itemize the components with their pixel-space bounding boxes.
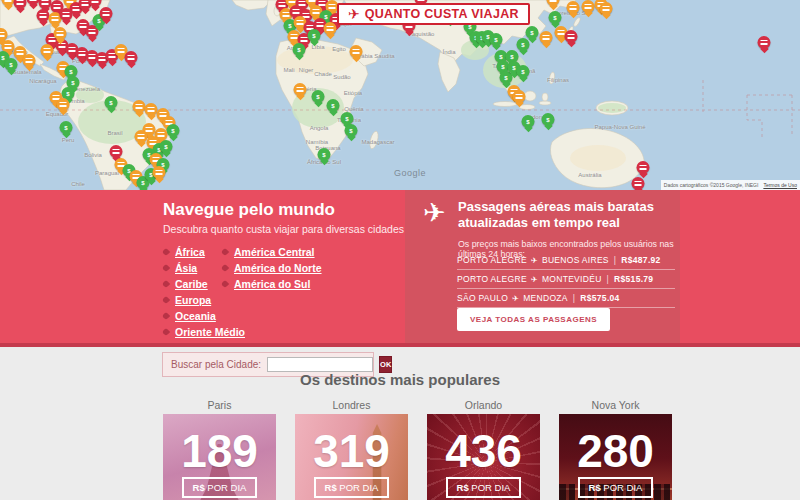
map-price-pin[interactable]: $ (522, 115, 535, 128)
pin-price-glyph (57, 31, 64, 36)
currency-symbol: R$ (589, 482, 601, 493)
map-price-pin[interactable] (60, 8, 73, 21)
map-price-pin[interactable]: $ (318, 148, 331, 161)
map-price-pin[interactable]: $ (167, 124, 180, 137)
destination-city-label: Orlando (427, 399, 540, 411)
map-price-pin[interactable]: $ (517, 65, 530, 78)
map-price-pin[interactable] (637, 161, 650, 174)
map-price-pin[interactable]: $ (490, 33, 503, 46)
pin-price-glyph: $ (64, 125, 67, 131)
route-plane-icon: ✈ (531, 275, 538, 284)
destination-card-novayork[interactable]: 280R$ POR DIA (559, 414, 672, 500)
map-price-pin[interactable] (100, 7, 113, 20)
pin-price-glyph: $ (109, 100, 112, 106)
pin-price-glyph: $ (164, 144, 167, 150)
map-price-pin[interactable]: $ (105, 96, 118, 109)
nav-region-link[interactable]: América do Sul (234, 278, 310, 290)
map-price-pin[interactable]: $ (345, 124, 358, 137)
nav-region-link[interactable]: Oriente Médio (175, 326, 245, 338)
nav-column-2: América CentralAmérica do NorteAmérica d… (222, 244, 322, 292)
pin-price-glyph (82, 1, 89, 6)
pin-price-glyph: $ (345, 116, 348, 122)
pin-price-glyph (353, 49, 360, 54)
map-price-pin[interactable] (153, 166, 166, 179)
map-price-pin[interactable] (23, 54, 36, 67)
map-price-pin[interactable]: $ (549, 11, 562, 24)
deal-row[interactable]: PORTO ALEGRE✈BUENOS AIRES|R$487.92 (457, 251, 675, 270)
pin-price-glyph (327, 26, 334, 31)
price-per-day-badge: R$ POR DIA (314, 477, 390, 498)
city-search-input[interactable] (267, 357, 373, 372)
pin-price-glyph (568, 34, 575, 39)
map-price-pin[interactable]: $ (308, 29, 321, 42)
map-price-pin[interactable]: $ (160, 140, 173, 153)
pin-price-glyph: $ (510, 54, 513, 60)
map-price-pin[interactable] (567, 1, 580, 14)
pin-price-glyph (63, 12, 70, 17)
map-price-pin[interactable] (110, 145, 123, 158)
destination-card-londres[interactable]: 319R$ POR DIA (295, 414, 408, 500)
deal-to-city: BUENOS AIRES (542, 255, 609, 265)
map-price-pin[interactable] (37, 9, 50, 22)
map-price-pin[interactable] (350, 45, 363, 58)
nav-region-link[interactable]: Europa (175, 294, 211, 306)
map-price-pin[interactable] (41, 44, 54, 57)
map-price-pin[interactable] (600, 2, 613, 15)
map-price-pin[interactable] (513, 90, 526, 103)
nav-region-link[interactable]: Caribe (175, 278, 208, 290)
map-price-pin[interactable]: $ (517, 38, 530, 51)
price-per-day-badge: R$ POR DIA (578, 477, 654, 498)
map-price-pin[interactable] (57, 98, 70, 111)
map-price-pin[interactable] (133, 100, 146, 113)
map-price-pin[interactable] (54, 27, 67, 40)
pin-price-glyph (550, 0, 557, 2)
pin-price-glyph (640, 165, 647, 170)
map-price-pin[interactable]: $ (60, 121, 73, 134)
site-logo[interactable]: ✈ QUANTO CUSTA VIAJAR (337, 3, 530, 25)
map-price-pin[interactable] (324, 22, 337, 35)
map-price-pin[interactable] (758, 36, 771, 49)
world-map[interactable]: MéxicoCubaPorto RicoGuatemalaNicaráguaVe… (0, 0, 800, 190)
destination-card-orlando[interactable]: 436R$ POR DIA (427, 414, 540, 500)
pin-price-glyph (103, 11, 110, 16)
map-price-pin[interactable] (89, 0, 102, 7)
nav-region-link[interactable]: América Central (234, 246, 315, 258)
nav-region-link[interactable]: América do Norte (234, 262, 322, 274)
pin-price-glyph: $ (546, 117, 549, 123)
deal-separator: | (573, 293, 576, 303)
map-terms-link[interactable]: Termos de Uso (763, 182, 797, 188)
deal-row[interactable]: PORTO ALEGRE✈MONTEVIDÉU|R$515.79 (457, 270, 675, 289)
pin-price-glyph (289, 0, 296, 3)
map-price-pin[interactable] (565, 30, 578, 43)
deal-row[interactable]: SÃO PAULO✈MENDOZA|R$575.04 (457, 289, 675, 308)
see-all-tickets-button[interactable]: VEJA TODAS AS PASSAGENS (457, 308, 610, 331)
nav-region-link[interactable]: África (175, 246, 205, 258)
map-price-pin[interactable]: $ (5, 58, 18, 71)
pin-price-glyph (30, 0, 37, 1)
map-price-pin[interactable]: $ (526, 26, 539, 39)
map-price-pin[interactable]: $ (312, 90, 325, 103)
map-price-pin[interactable] (632, 177, 645, 190)
map-price-pin[interactable]: $ (327, 99, 340, 112)
pin-price-glyph (26, 58, 33, 63)
pin-price-glyph (52, 16, 59, 21)
map-price-pin[interactable] (582, 0, 595, 13)
pin-price-glyph: $ (97, 18, 100, 24)
map-price-pin[interactable] (125, 51, 138, 64)
price-per-day-badge: R$ POR DIA (182, 477, 258, 498)
pin-price-glyph (313, 9, 320, 14)
destination-card-paris[interactable]: 189R$ POR DIA (163, 414, 276, 500)
map-price-pin[interactable]: $ (293, 43, 306, 56)
pin-price-glyph: $ (324, 14, 327, 20)
nav-region-link[interactable]: Ásia (175, 262, 197, 274)
destination-price: 436 (445, 428, 522, 474)
map-price-pin[interactable] (540, 31, 553, 44)
map-price-pin[interactable]: $ (542, 113, 555, 126)
map-price-pin[interactable] (294, 83, 307, 96)
pin-price-glyph: $ (349, 128, 352, 134)
map-price-pin[interactable] (547, 0, 560, 6)
site-logo-text: QUANTO CUSTA VIAJAR (365, 7, 519, 21)
pin-price-glyph (148, 107, 155, 112)
currency-symbol: R$ (193, 482, 205, 493)
nav-region-link[interactable]: Oceania (175, 310, 216, 322)
